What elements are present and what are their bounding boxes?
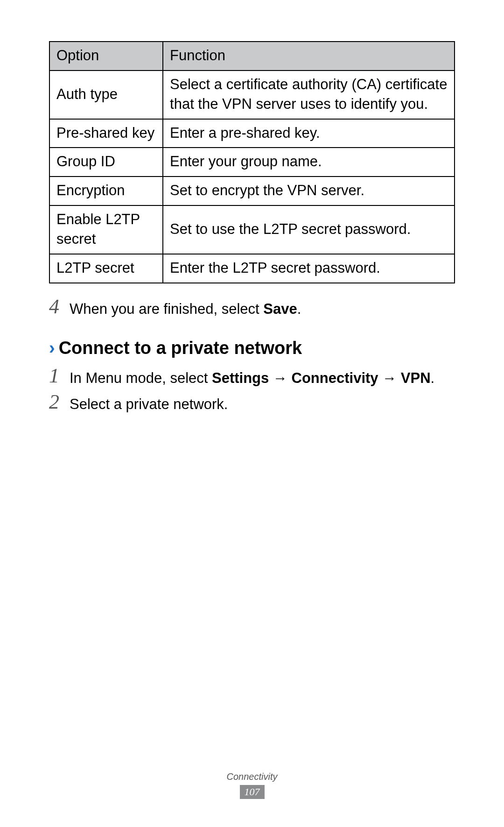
table-row: Enable L2TP secret Set to use the L2TP s… (49, 205, 455, 254)
step-text: When you are finished, select Save. (70, 297, 455, 319)
cell-function: Enter the L2TP secret password. (163, 254, 455, 283)
section-heading: › Connect to a private network (49, 338, 455, 358)
options-table: Option Function Auth type Select a certi… (49, 41, 455, 283)
text: . (297, 301, 301, 317)
step-text: Select a private network. (70, 393, 455, 414)
step-2: 2 Select a private network. (49, 393, 455, 414)
cell-option: Encryption (49, 177, 163, 205)
cell-option: L2TP secret (49, 254, 163, 283)
page-footer: Connectivity 107 (0, 771, 504, 799)
step-number: 1 (49, 366, 70, 386)
page-number: 107 (240, 785, 265, 799)
step-number: 4 (49, 297, 70, 317)
cell-function: Enter your group name. (163, 148, 455, 177)
arrow-icon: → (378, 370, 401, 386)
text: In Menu mode, select (70, 370, 212, 386)
step-text: In Menu mode, select Settings → Connecti… (70, 367, 455, 388)
cell-option: Pre-shared key (49, 119, 163, 148)
table-row: Group ID Enter your group name. (49, 148, 455, 177)
text-bold: Settings (212, 370, 269, 386)
cell-option: Group ID (49, 148, 163, 177)
chevron-icon: › (49, 338, 55, 358)
text-bold: Save (263, 301, 297, 317)
cell-option: Enable L2TP secret (49, 205, 163, 254)
cell-function: Enter a pre-shared key. (163, 119, 455, 148)
cell-option: Auth type (49, 71, 163, 119)
heading-text: Connect to a private network (59, 338, 302, 358)
table-row: Encryption Set to encrypt the VPN server… (49, 177, 455, 205)
step-4: 4 When you are finished, select Save. (49, 297, 455, 319)
text: When you are finished, select (70, 301, 263, 317)
cell-function: Select a certificate authority (CA) cert… (163, 71, 455, 119)
text-bold: Connectivity (292, 370, 378, 386)
step-number: 2 (49, 392, 70, 412)
table-row: Pre-shared key Enter a pre-shared key. (49, 119, 455, 148)
arrow-icon: → (269, 370, 291, 386)
table-header-function: Function (163, 42, 455, 71)
step-1: 1 In Menu mode, select Settings → Connec… (49, 367, 455, 388)
cell-function: Set to use the L2TP secret password. (163, 205, 455, 254)
table-row: L2TP secret Enter the L2TP secret passwo… (49, 254, 455, 283)
text-bold: VPN (401, 370, 431, 386)
text: . (431, 370, 435, 386)
footer-section-label: Connectivity (0, 771, 504, 782)
cell-function: Set to encrypt the VPN server. (163, 177, 455, 205)
table-row: Auth type Select a certificate authority… (49, 71, 455, 119)
table-header-option: Option (49, 42, 163, 71)
